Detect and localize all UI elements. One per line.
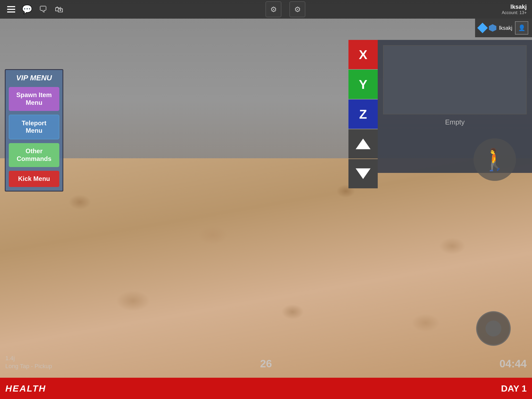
item-label: Empty [383,118,527,126]
up-arrow-icon [356,139,371,149]
vip-menu-title: VIP MENU [9,74,59,82]
player-name: lksakj [510,3,527,10]
top-bar-center: ⚙ ⚙ [69,1,502,17]
shield-badge [489,24,496,32]
other-commands-button[interactable]: Other Commands [9,143,59,167]
bag-icon[interactable]: 🛍 [53,3,65,15]
up-arrow-button[interactable] [348,129,378,159]
chat-icon-1[interactable]: 💬 [21,3,33,15]
health-bar: HEALTH DAY 1 [0,378,532,399]
player-avatar: 👤 [515,21,528,35]
avatar-icon: 👤 [518,24,525,31]
chat-dots-icon: 🗨 [39,5,47,14]
y-button[interactable]: Y [348,70,378,99]
settings-button-2[interactable]: ⚙ [289,1,305,17]
bag-icon-symbol: 🛍 [55,5,63,14]
pickup-hint: Long Tap - Pickup [5,363,52,370]
movement-joystick[interactable] [476,311,511,346]
hamburger-icon [7,6,15,13]
top-bar: 💬 🗨 🛍 ⚙ ⚙ lksakj Account: 13+ [0,0,532,19]
health-label: HEALTH [5,383,46,394]
hamburger-menu[interactable] [5,3,17,15]
diamond-badge [477,23,488,33]
gear-icon-2: ⚙ [294,5,301,14]
item-preview [383,45,527,114]
kick-menu-button[interactable]: Kick Menu [9,171,59,187]
version-text: 1.4j [5,355,15,362]
vip-menu-panel: VIP MENU Spawn Item Menu Teleport Menu O… [5,69,63,192]
player-account: Account: 13+ [502,10,527,15]
z-button[interactable]: Z [348,99,378,129]
controller-panel: X Y Z [348,40,378,189]
character-figure-icon: 🚶 [481,147,508,172]
badge-username: lksakj [499,25,512,31]
x-label: X [359,47,367,62]
game-screen: 💬 🗨 🛍 ⚙ ⚙ lksakj Account: 13+ lksakj [0,0,532,399]
down-arrow-icon [356,168,371,179]
score-display: 26 [260,358,272,370]
chat-bubble-icon: 💬 [22,4,32,14]
day-label: DAY 1 [501,383,527,394]
settings-button-1[interactable]: ⚙ [265,1,281,17]
time-display: 04:44 [500,358,527,370]
x-button[interactable]: X [348,40,378,69]
chat-icon-2[interactable]: 🗨 [37,3,49,15]
player-info: lksakj Account: 13+ [502,3,527,15]
z-label: Z [359,107,367,122]
down-arrow-button[interactable] [348,159,378,188]
teleport-menu-button[interactable]: Teleport Menu [9,115,59,140]
spawn-item-menu-button[interactable]: Spawn Item Menu [9,87,59,111]
ground-layer [0,158,532,378]
y-label: Y [359,77,367,92]
gear-icon-1: ⚙ [270,5,277,14]
character-icon[interactable]: 🚶 [473,138,516,181]
joystick-inner [485,321,501,336]
player-badge-row: lksakj 👤 [475,19,532,37]
